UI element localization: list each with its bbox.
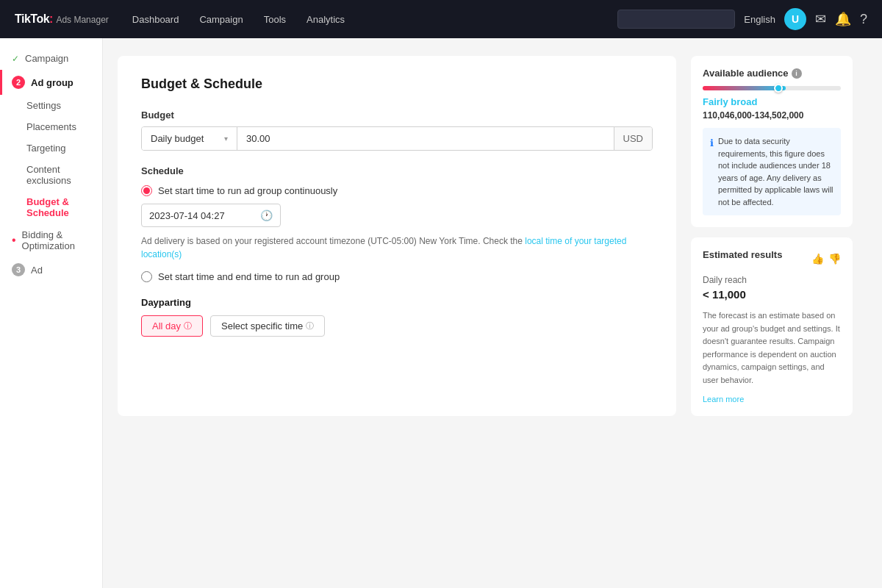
mail-icon[interactable]: ✉ [815, 11, 826, 27]
timezone-note: Ad delivery is based on your registered … [141, 234, 653, 261]
schedule-option2-radio[interactable] [141, 271, 152, 282]
results-actions: 👍 👎 [811, 253, 841, 265]
specific-time-label: Select specific time [221, 320, 303, 331]
audience-card: Available audience i Fairly broad 110,04… [691, 56, 853, 227]
sidebar-item-ad[interactable]: 3 Ad [0, 257, 102, 282]
results-note: The forecast is an estimate based on you… [703, 309, 841, 387]
specific-time-button[interactable]: Select specific time ⓘ [210, 315, 325, 337]
nav-right: English U ✉ 🔔 ? [617, 8, 867, 30]
search-input[interactable] [617, 10, 735, 29]
schedule-option1-label: Set start time to run ad group continuou… [158, 185, 337, 196]
sidebar: ✓ Campaign 2 Ad group Settings Placement… [0, 38, 103, 588]
chevron-down-icon: ▾ [224, 135, 228, 143]
nav-links: Dashboard Campaign Tools Analytics [132, 14, 618, 25]
learn-more-link[interactable]: Learn more [703, 395, 744, 404]
form-panel: Budget & Schedule Budget Daily budget ▾ … [118, 56, 676, 416]
timezone-note-text: Ad delivery is based on your registered … [141, 236, 523, 246]
results-card-title-row: Estimated results 👍 👎 [703, 249, 841, 268]
thumbup-icon[interactable]: 👍 [811, 253, 824, 265]
datetime-input-wrap[interactable]: 2023-07-14 04:27 🕐 [141, 204, 281, 227]
budget-label: Budget [141, 110, 653, 121]
budget-type-label: Daily budget [151, 133, 204, 144]
sidebar-campaign-label: Campaign [25, 53, 68, 64]
allday-label: All day [152, 320, 181, 331]
schedule-option1-row: Set start time to run ad group continuou… [141, 185, 653, 196]
dayparting-buttons: All day ⓘ Select specific time ⓘ [141, 315, 653, 337]
ad-num: 3 [12, 263, 25, 276]
content-area: Budget & Schedule Budget Daily budget ▾ … [118, 56, 853, 416]
sidebar-item-adgroup[interactable]: 2 Ad group [0, 70, 102, 95]
results-title: Estimated results [703, 249, 782, 260]
avatar[interactable]: U [784, 8, 806, 30]
nav-dashboard[interactable]: Dashboard [132, 14, 179, 25]
allday-button[interactable]: All day ⓘ [141, 315, 203, 337]
brand-dot: : [49, 12, 53, 26]
results-card: Estimated results 👍 👎 Daily reach < 11,0… [691, 237, 853, 416]
help-icon[interactable]: ? [860, 12, 867, 27]
sidebar-ad-label: Ad [31, 265, 43, 276]
section-title: Budget & Schedule [141, 76, 653, 92]
right-panel: Available audience i Fairly broad 110,04… [691, 56, 853, 416]
sidebar-sub-targeting[interactable]: Targeting [0, 137, 102, 159]
brand-name: TikTok [15, 12, 49, 26]
audience-bar-indicator [774, 84, 783, 93]
app-layout: ✓ Campaign 2 Ad group Settings Placement… [0, 38, 882, 588]
specific-time-info-icon: ⓘ [306, 320, 314, 331]
audience-bar [703, 86, 841, 90]
datetime-value: 2023-07-14 04:27 [149, 210, 254, 221]
budget-currency: USD [614, 127, 652, 150]
budget-row: Daily budget ▾ USD [141, 126, 653, 151]
dayparting-label: Dayparting [141, 297, 653, 308]
thumbdown-icon[interactable]: 👎 [828, 253, 841, 265]
clock-icon: 🕐 [260, 209, 273, 221]
notice-text: Due to data security requirements, this … [718, 135, 833, 208]
audience-notice: ℹ Due to data security requirements, thi… [703, 128, 841, 215]
sidebar-bidding-label: Bidding & Optimization [22, 229, 90, 251]
audience-range: 110,046,000-134,502,000 [703, 110, 841, 121]
nav-analytics[interactable]: Analytics [306, 14, 345, 25]
audience-bar-fill [703, 86, 786, 90]
brand-subtitle: Ads Manager [56, 15, 108, 25]
schedule-option2-row: Set start time and end time to run ad gr… [141, 271, 653, 282]
budget-amount-input[interactable] [237, 127, 614, 150]
sidebar-sub-placements[interactable]: Placements [0, 116, 102, 137]
language-label: English [744, 14, 775, 25]
sidebar-adgroup-label: Ad group [31, 77, 74, 88]
sidebar-item-bidding[interactable]: • Bidding & Optimization [0, 223, 102, 257]
active-dot: • [12, 234, 16, 246]
bell-icon[interactable]: 🔔 [835, 11, 851, 27]
adgroup-num: 2 [12, 76, 25, 89]
top-navigation: TikTok : Ads Manager Dashboard Campaign … [0, 0, 882, 38]
nav-tools[interactable]: Tools [264, 14, 286, 25]
check-icon: ✓ [12, 54, 19, 64]
daily-reach-value: < 11,000 [703, 288, 841, 301]
nav-campaign[interactable]: Campaign [199, 14, 243, 25]
allday-info-icon: ⓘ [184, 320, 192, 331]
audience-label: Fairly broad [703, 96, 841, 107]
main-content: Budget & Schedule Budget Daily budget ▾ … [103, 38, 882, 588]
schedule-option2-label: Set start time and end time to run ad gr… [158, 271, 340, 282]
sidebar-sub-budget-schedule[interactable]: Budget & Schedule [0, 191, 102, 223]
audience-card-title: Available audience i [703, 68, 841, 79]
audience-info-icon: i [792, 68, 802, 79]
results-title-label: Estimated results [703, 249, 782, 260]
budget-type-select[interactable]: Daily budget ▾ [142, 127, 237, 150]
sidebar-sub-content-exclusions[interactable]: Content exclusions [0, 159, 102, 191]
audience-title-label: Available audience [703, 68, 789, 79]
notice-info-icon: ℹ [710, 136, 714, 208]
schedule-option1-radio[interactable] [141, 185, 152, 196]
daily-reach-label: Daily reach [703, 275, 841, 285]
sidebar-item-campaign[interactable]: ✓ Campaign [0, 47, 102, 70]
brand-logo: TikTok : Ads Manager [15, 12, 109, 26]
sidebar-sub-settings[interactable]: Settings [0, 95, 102, 116]
schedule-label: Schedule [141, 165, 653, 176]
